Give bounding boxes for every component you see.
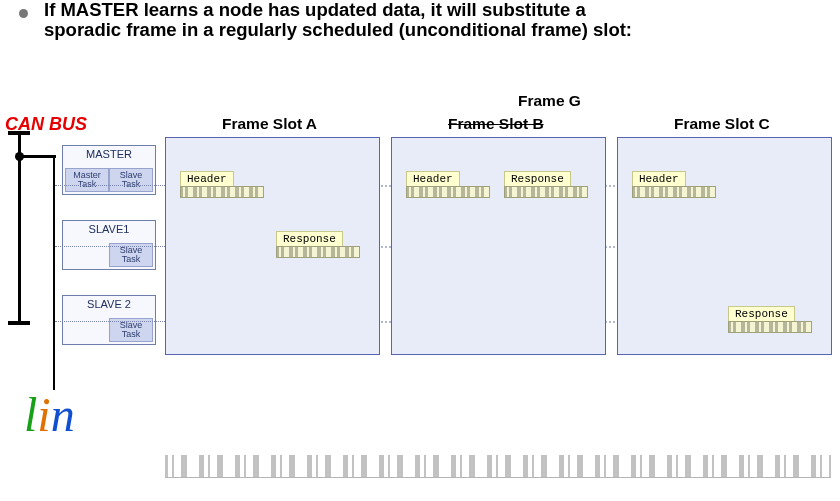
slot-c-response-bits <box>728 321 812 333</box>
raw-waveform <box>165 455 831 478</box>
slot-a-response-bits <box>276 246 360 258</box>
slave1-node: SLAVE1 Slave Task <box>62 220 156 270</box>
slot-a-header-tag: Header <box>180 171 234 187</box>
slot-b-header-tag: Header <box>406 171 460 187</box>
slave2-node-label: SLAVE 2 <box>63 298 155 310</box>
title-line2: sporadic frame in a regularly scheduled … <box>44 19 632 40</box>
frame-slot-c-label: Frame Slot C <box>674 115 770 133</box>
frame-slot-b <box>391 137 606 355</box>
can-bus-top-cap <box>8 131 30 135</box>
title-line1: If MASTER learns a node has updated data… <box>44 0 586 20</box>
slot-b-header-bits <box>406 186 490 198</box>
slot-a-header-bits <box>180 186 264 198</box>
frame-slot-b-label: Frame Slot B <box>448 115 544 133</box>
master-slave-task: Slave Task <box>109 168 153 192</box>
bullet-dot-icon <box>19 9 28 18</box>
can-bus-bottom-cap <box>8 321 30 325</box>
slave1-connector-line <box>55 246 165 247</box>
master-master-task: Master Task <box>65 168 109 192</box>
slot-b-response-bits <box>504 186 588 198</box>
master-node: MASTER Master Task Slave Task <box>62 145 156 195</box>
lin-logo-n: n <box>51 388 75 441</box>
lin-logo-l: l <box>24 388 37 441</box>
frame-slot-a-label: Frame Slot A <box>222 115 317 133</box>
slave1-node-label: SLAVE1 <box>63 223 155 235</box>
lin-logo-i: i <box>37 388 50 441</box>
can-bus-vertical-line <box>18 135 21 325</box>
slot-c-response-tag: Response <box>728 306 795 322</box>
slave2-node: SLAVE 2 Slave Task <box>62 295 156 345</box>
slide-title: If MASTER learns a node has updated data… <box>44 0 632 40</box>
slot-b-response-tag: Response <box>504 171 571 187</box>
master-connector-line <box>55 185 165 186</box>
can-bus-node-dot-icon <box>15 152 24 161</box>
lin-logo: lin <box>24 395 75 435</box>
slave2-connector-line <box>55 321 165 322</box>
slot-c-header-tag: Header <box>632 171 686 187</box>
frame-g-label: Frame G <box>518 92 581 110</box>
slot-a-response-tag: Response <box>276 231 343 247</box>
master-node-label: MASTER <box>63 148 155 160</box>
lin-bus-vertical-line <box>53 155 55 390</box>
slot-c-header-bits <box>632 186 716 198</box>
